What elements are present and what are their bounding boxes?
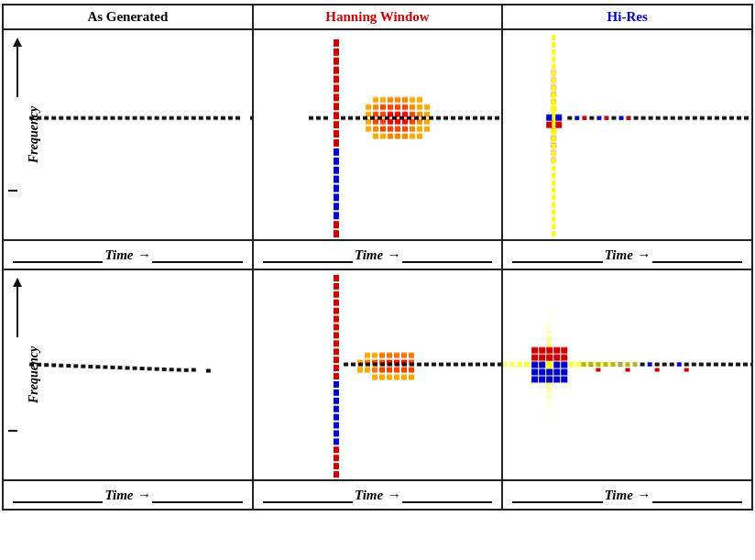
canvas-r2c2 <box>254 270 502 479</box>
time-row2-col1: Time → <box>3 480 253 510</box>
time-label-r2c2: Time → <box>353 488 402 503</box>
canvas-r1c3 <box>503 30 751 239</box>
header-hanning: Hanning Window <box>253 5 503 29</box>
plot-row2-col3 <box>502 269 752 480</box>
plot-row2-col2 <box>253 269 503 480</box>
time-row1-col3: Time → <box>502 240 752 269</box>
plot-row1-col1: Frequency <box>3 29 253 240</box>
time-row1-col2: Time → <box>253 240 503 269</box>
main-container: As Generated Hanning Window Hi-Res Frequ… <box>2 4 753 511</box>
canvas-r2c1 <box>4 270 252 479</box>
canvas-r2c3 <box>503 270 751 479</box>
canvas-r1c2 <box>254 30 502 239</box>
time-label-r2c1: Time → <box>103 488 152 503</box>
header-hires: Hi-Res <box>502 5 752 29</box>
time-row1-col1: Time → <box>3 240 253 269</box>
canvas-r1c1 <box>4 30 252 239</box>
time-label-r1c3: Time → <box>603 247 652 263</box>
time-row2-col3: Time → <box>502 480 752 510</box>
time-label-r1c1: Time → <box>103 247 152 263</box>
time-label-r1c2: Time → <box>353 247 402 263</box>
header-as-generated: As Generated <box>3 5 253 29</box>
time-label-r2c3: Time → <box>603 488 652 503</box>
plot-row2-col1: Frequency <box>3 269 253 480</box>
time-row2-col2: Time → <box>253 480 503 510</box>
plot-row1-col3 <box>502 29 752 240</box>
plot-row1-col2 <box>253 29 503 240</box>
